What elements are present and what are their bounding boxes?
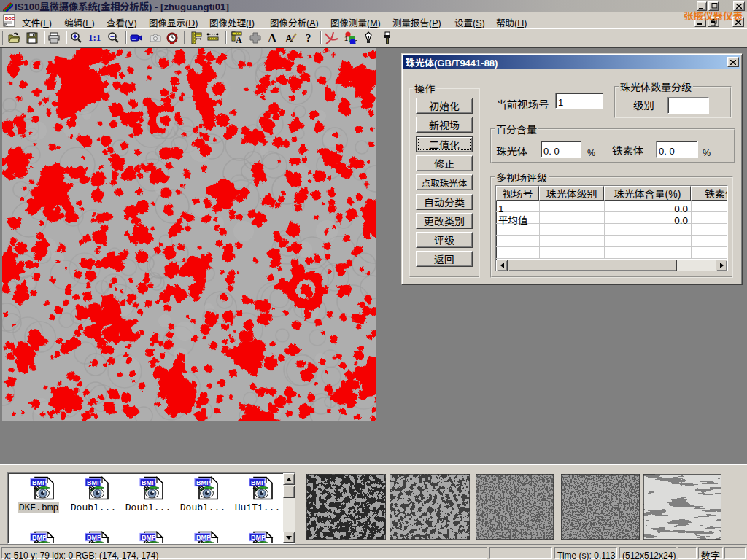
svg-text:A: A [268,31,277,44]
svg-text:3: 3 [355,39,357,44]
svg-text:1: 1 [344,35,348,42]
svg-text:?: ? [306,32,311,44]
svg-text:BMP: BMP [196,479,211,486]
svg-text:BMP: BMP [251,479,266,486]
svg-text:BMP: BMP [142,479,156,486]
svg-text:BMP: BMP [196,534,211,541]
svg-text:1:1: 1:1 [88,32,101,43]
svg-text:BMP: BMP [32,534,47,541]
svg-text:BMP: BMP [251,534,266,541]
svg-text:BMP: BMP [32,479,47,486]
svg-text:BMP: BMP [87,534,101,541]
svg-text:BMP: BMP [87,479,101,486]
svg-text:DOC: DOC [5,16,15,20]
svg-text:A: A [236,35,242,44]
svg-text:BMP: BMP [142,534,156,541]
